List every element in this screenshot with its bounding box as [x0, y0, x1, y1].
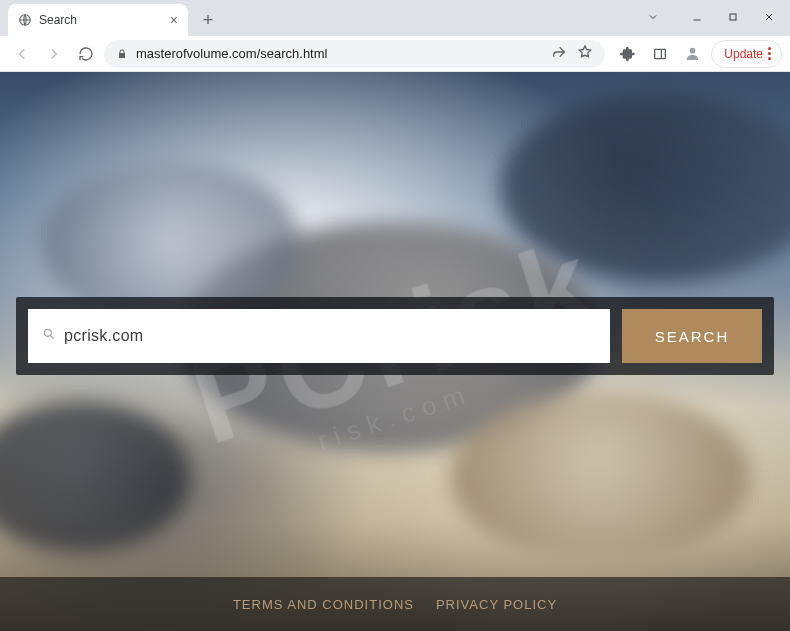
window-controls [636, 4, 786, 30]
update-label: Update [724, 47, 763, 61]
browser-toolbar: masterofvolume.com/search.html Update [0, 36, 790, 72]
svg-rect-1 [730, 14, 736, 20]
minimize-button[interactable] [680, 4, 714, 30]
svg-point-4 [44, 329, 51, 336]
footer-terms-link[interactable]: TERMS AND CONDITIONS [233, 597, 414, 612]
search-container: SEARCH [16, 297, 774, 375]
footer-privacy-link[interactable]: PRIVACY POLICY [436, 597, 557, 612]
profile-icon[interactable] [679, 41, 705, 67]
new-tab-button[interactable]: + [194, 6, 222, 34]
bookmark-star-icon[interactable] [577, 44, 593, 63]
reload-button[interactable] [72, 40, 100, 68]
menu-dots-icon [768, 47, 771, 60]
side-panel-icon[interactable] [647, 41, 673, 67]
titlebar: Search × + [0, 0, 790, 36]
extensions-icon[interactable] [615, 41, 641, 67]
page-content: PCrisk risk.com SEARCH TERMS AND CONDITI… [0, 72, 790, 631]
update-button[interactable]: Update [711, 40, 782, 68]
close-window-button[interactable] [752, 4, 786, 30]
globe-icon [18, 13, 32, 27]
tab-search-icon[interactable] [636, 4, 670, 30]
search-field[interactable] [28, 309, 610, 363]
address-bar[interactable]: masterofvolume.com/search.html [104, 40, 605, 68]
address-bar-url: masterofvolume.com/search.html [136, 46, 327, 61]
page-footer: TERMS AND CONDITIONS PRIVACY POLICY [0, 577, 790, 631]
search-button-label: SEARCH [655, 328, 730, 345]
close-tab-icon[interactable]: × [170, 12, 178, 28]
search-button[interactable]: SEARCH [622, 309, 762, 363]
search-input[interactable] [64, 327, 596, 345]
svg-point-3 [689, 48, 695, 54]
svg-rect-2 [655, 49, 666, 58]
cloud-decoration [450, 392, 750, 562]
back-button[interactable] [8, 40, 36, 68]
maximize-button[interactable] [716, 4, 750, 30]
forward-button[interactable] [40, 40, 68, 68]
search-icon [42, 327, 56, 345]
browser-tab[interactable]: Search × [8, 4, 188, 36]
share-icon[interactable] [551, 44, 567, 63]
tab-title: Search [39, 13, 163, 27]
lock-icon [116, 48, 128, 60]
